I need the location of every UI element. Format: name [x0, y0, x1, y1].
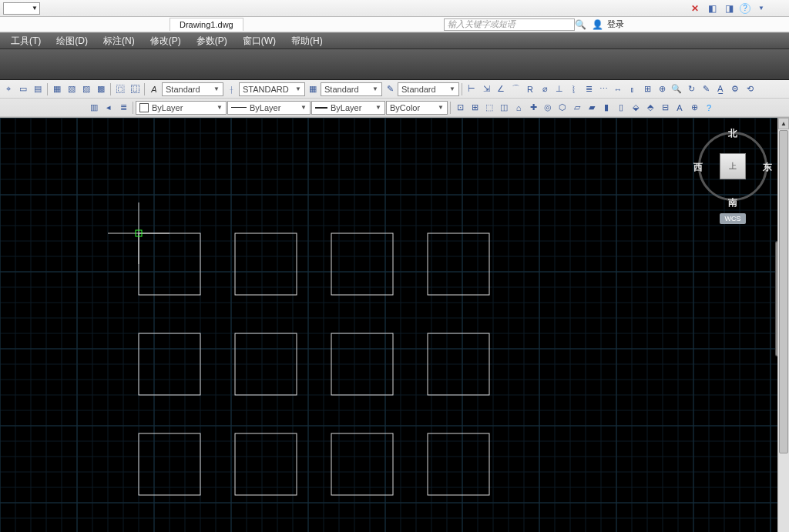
mleaderstyle-icon[interactable]: ✎: [383, 82, 397, 96]
drawn-rectangle[interactable]: [331, 233, 393, 295]
viewcube-west[interactable]: 西: [693, 161, 703, 174]
viewcube[interactable]: 北 南 东 西 上 WCS: [690, 124, 775, 216]
table-style-combo[interactable]: Standard▼: [321, 82, 382, 96]
viewcube-east[interactable]: 东: [763, 161, 772, 174]
viewcube-south[interactable]: 南: [728, 196, 737, 209]
layer-props-icon[interactable]: ▥: [87, 101, 101, 115]
qat-icon-2[interactable]: ◨: [723, 2, 735, 15]
tool-b13-icon[interactable]: ⬙: [629, 101, 643, 115]
text-style-combo[interactable]: Standard▼: [162, 82, 223, 96]
dim-reassoc-icon[interactable]: ⟲: [743, 82, 757, 96]
menu-help[interactable]: 帮助(H): [284, 32, 331, 50]
qat-icon-1[interactable]: ◧: [706, 2, 718, 15]
drawn-rectangle[interactable]: [428, 433, 489, 495]
tool-b15-icon[interactable]: ⊟: [658, 101, 672, 115]
workspace-dropdown[interactable]: ▼: [3, 2, 40, 15]
layer-states-icon[interactable]: ≣: [116, 101, 130, 115]
dim-baseline-icon[interactable]: ≣: [582, 82, 596, 96]
viewcube-north[interactable]: 北: [728, 127, 737, 140]
login-avatar-icon[interactable]: 👤: [592, 18, 604, 31]
tool-b11-icon[interactable]: ▮: [599, 101, 613, 115]
drawn-rectangle[interactable]: [428, 233, 489, 295]
tool-b12-icon[interactable]: ▯: [614, 101, 628, 115]
drawn-rectangle[interactable]: [235, 433, 297, 495]
dimstyle-icon[interactable]: ⟊: [224, 82, 238, 96]
document-tab[interactable]: Drawing1.dwg: [170, 18, 243, 31]
login-button[interactable]: 登录: [604, 18, 627, 30]
dim-style-value: STANDARD: [243, 85, 289, 94]
menu-draw[interactable]: 绘图(D): [49, 32, 96, 50]
tool-a1-icon[interactable]: ⌖: [2, 82, 15, 96]
tool-b2-icon[interactable]: ⊞: [468, 101, 482, 115]
tool-b14-icon[interactable]: ⬘: [643, 101, 657, 115]
chevron-down-icon[interactable]: ▼: [755, 2, 767, 15]
tolerance-icon[interactable]: ⊞: [640, 82, 654, 96]
dim-space-icon[interactable]: ↔: [611, 82, 625, 96]
color-combo[interactable]: ByLayer▼: [136, 101, 227, 115]
lineweight-combo[interactable]: ByLayer▼: [311, 101, 385, 115]
search-input[interactable]: 输入关键字或短语: [444, 18, 575, 31]
tool-b17-icon[interactable]: ⊕: [687, 101, 701, 115]
dim-linear-icon[interactable]: ⊢: [465, 82, 478, 96]
drawn-rectangle[interactable]: [331, 433, 393, 495]
scroll-up-icon[interactable]: ▲: [778, 118, 789, 129]
viewcube-wcs-button[interactable]: WCS: [720, 213, 746, 224]
tool-b16-icon[interactable]: A: [673, 101, 687, 115]
tool-b3-icon[interactable]: ⬚: [482, 101, 496, 115]
tool-b1-icon[interactable]: ⊡: [453, 101, 467, 115]
mleader-style-combo[interactable]: Standard▼: [398, 82, 459, 96]
viewcube-top-face[interactable]: 上: [720, 153, 746, 179]
plotstyle-value: ByColor: [390, 103, 420, 112]
dim-ordinate-icon[interactable]: ⊥: [552, 82, 566, 96]
tool-a9-icon[interactable]: ⿶: [128, 82, 142, 96]
dim-arc-icon[interactable]: ⌒: [509, 82, 522, 96]
dim-break-icon[interactable]: ⫾: [626, 82, 640, 96]
dim-style-combo[interactable]: STANDARD▼: [239, 82, 305, 96]
linetype-combo[interactable]: ByLayer▼: [227, 101, 311, 115]
tool-b5-icon[interactable]: ⌂: [512, 101, 525, 115]
tool-a6-icon[interactable]: ▨: [79, 82, 93, 96]
dim-jogged-icon[interactable]: ⦚: [567, 82, 581, 96]
tool-a3-icon[interactable]: ▤: [31, 82, 45, 96]
search-icon[interactable]: 🔍: [575, 18, 587, 31]
tool-b4-icon[interactable]: ◫: [497, 101, 511, 115]
dim-angular-icon[interactable]: ∠: [494, 82, 508, 96]
tablestyle-icon[interactable]: ▦: [306, 82, 320, 96]
layer-prev-icon[interactable]: ◂: [102, 101, 116, 115]
inspect-icon[interactable]: 🔍: [670, 82, 683, 96]
dim-radius-icon[interactable]: R: [523, 82, 537, 96]
tool-a8-icon[interactable]: ⿴: [113, 82, 127, 96]
vertical-scrollbar[interactable]: ▲ ▼: [777, 118, 789, 532]
help-icon[interactable]: ?: [740, 3, 750, 14]
menu-modify[interactable]: 修改(P): [143, 32, 189, 50]
dim-edit-icon[interactable]: ✎: [699, 82, 713, 96]
tool-b6-icon[interactable]: ✚: [526, 101, 540, 115]
lineweight-value: ByLayer: [331, 103, 361, 112]
menu-param[interactable]: 参数(P): [189, 32, 235, 50]
tool-b18-icon[interactable]: ?: [702, 101, 716, 115]
dim-aligned-icon[interactable]: ⇲: [479, 82, 493, 96]
tool-a7-icon[interactable]: ▩: [94, 82, 108, 96]
tool-b9-icon[interactable]: ▱: [570, 101, 584, 115]
menu-window[interactable]: 窗口(W): [235, 32, 284, 50]
dim-override-icon[interactable]: ⚙: [728, 82, 742, 96]
close-panel-x-icon[interactable]: ✕: [689, 2, 701, 15]
dim-continue-icon[interactable]: ⋯: [596, 82, 610, 96]
menu-tools[interactable]: 工具(T): [3, 32, 49, 50]
drawn-rectangle[interactable]: [235, 233, 297, 295]
tool-b8-icon[interactable]: ⬡: [556, 101, 569, 115]
tool-a4-icon[interactable]: ▦: [50, 82, 64, 96]
menu-dim[interactable]: 标注(N): [96, 32, 143, 50]
tool-b10-icon[interactable]: ▰: [585, 101, 599, 115]
plotstyle-combo[interactable]: ByColor▼: [386, 101, 448, 115]
dim-tedit-icon[interactable]: A̲: [713, 82, 727, 96]
drawing-canvas[interactable]: 北 南 东 西 上 WCS ▲ ▼: [0, 118, 789, 532]
scroll-thumb[interactable]: [779, 130, 788, 453]
tool-a5-icon[interactable]: ▧: [65, 82, 79, 96]
textstyle-icon[interactable]: A: [147, 82, 161, 96]
tool-a2-icon[interactable]: ▭: [16, 82, 30, 96]
dim-diameter-icon[interactable]: ⌀: [538, 82, 552, 96]
dim-update-icon[interactable]: ↻: [684, 82, 698, 96]
tool-b7-icon[interactable]: ◎: [541, 101, 555, 115]
center-mark-icon[interactable]: ⊕: [655, 82, 669, 96]
